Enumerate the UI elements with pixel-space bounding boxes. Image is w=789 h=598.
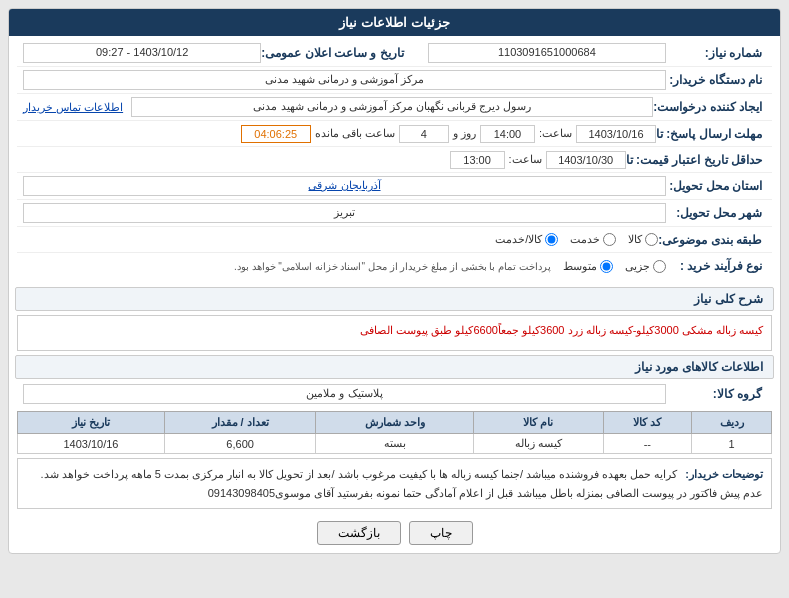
radio-khadamat[interactable]: خدمت	[570, 233, 616, 246]
row-shahr: شهر محل تحویل: تبریز	[17, 200, 772, 227]
description-section: توضیحات خریدار: کرایه حمل بعهده فروشنده …	[17, 458, 772, 509]
button-group: چاپ بازگشت	[9, 513, 780, 553]
cell-tedad: 6,600	[164, 434, 315, 454]
col-kodkala: کد کالا	[603, 412, 692, 434]
label-namdastgah: نام دستگاه خریدار:	[666, 73, 766, 87]
sharh-content: کیسه زباله مشکی 3000کیلو-کیسه زباله زرد …	[17, 315, 772, 351]
main-card: جزئیات اطلاعات نیاز شماره نیاز: 11030916…	[8, 8, 781, 554]
row-mohlet: مهلت ارسال پاسخ: تا 1403/10/16 ساعت: 14:…	[17, 121, 772, 147]
value-tarikh: 1403/10/12 - 09:27	[23, 43, 261, 63]
radio-kala[interactable]: کالا	[628, 233, 658, 246]
mohlet-baghi: 04:06:25	[241, 125, 311, 143]
radio-motevaset[interactable]: متوسط	[563, 260, 613, 273]
label-shahr: شهر محل تحویل:	[666, 206, 766, 220]
cell-radif: 1	[692, 434, 772, 454]
radio-kala-khadamat[interactable]: کالا/خدمت	[495, 233, 558, 246]
row-ostan: استان محل تحویل: آذربایجان شرقی	[17, 173, 772, 200]
row-namdastgah: نام دستگاه خریدار: مرکز آموزشی و درمانی …	[17, 67, 772, 94]
table-row: 1--کیسه زبالهبسته6,6001403/10/16	[18, 434, 772, 454]
cell-vahed: بسته	[316, 434, 474, 454]
col-radif: ردیف	[692, 412, 772, 434]
items-table: ردیف کد کالا نام کالا واحد شمارش تعداد /…	[17, 411, 772, 454]
link-tamaskhardar[interactable]: اطلاعات تماس خریدار	[23, 101, 123, 114]
description-label: توضیحات خریدار:	[685, 465, 763, 484]
value-shomara: 1103091651000684	[428, 43, 666, 63]
value-namdastgah: مرکز آموزشی و درمانی شهید مدنی	[23, 70, 666, 90]
page-title: جزئیات اطلاعات نیاز	[9, 9, 780, 36]
noefrayand-radios: جزیی متوسط	[563, 260, 666, 273]
mohlet-rooz: 4	[399, 125, 449, 143]
cell-namkala: کیسه زباله	[473, 434, 603, 454]
label-tabaqe: طبقه بندی موضوعی:	[658, 233, 766, 247]
print-button[interactable]: چاپ	[409, 521, 473, 545]
label-shomara: شماره نیاز:	[666, 46, 766, 60]
saatbaghi-label: ساعت باقی مانده	[315, 127, 395, 140]
label-noefrayand: نوع فرآیند خرید :	[666, 259, 766, 273]
mohlet-time: 14:00	[480, 125, 535, 143]
radio-khadamat-label: خدمت	[570, 233, 600, 246]
hadaqal-time: 13:00	[450, 151, 505, 169]
label-gorohe: گروه کالا:	[666, 387, 766, 401]
label-ijad: ایجاد کننده درخواست:	[653, 100, 766, 114]
row-hadaqal: حداقل تاریخ اعتبار قیمت: تا 1403/10/30 س…	[17, 147, 772, 173]
col-namkala: نام کالا	[473, 412, 603, 434]
radio-jozi[interactable]: جزیی	[625, 260, 666, 273]
value-gorohe: پلاستیک و ملامین	[23, 384, 666, 404]
radio-jozi-label: جزیی	[625, 260, 650, 273]
hadaqal-date: 1403/10/30	[546, 151, 626, 169]
col-vahed: واحد شمارش	[316, 412, 474, 434]
label-mohlet: مهلت ارسال پاسخ: تا	[656, 127, 766, 141]
items-table-body: 1--کیسه زبالهبسته6,6001403/10/16	[18, 434, 772, 454]
row-tabaqe: طبقه بندی موضوعی: کالا خدمت	[17, 227, 772, 253]
sharh-header: شرح کلی نیاز	[15, 287, 774, 311]
info-section: شماره نیاز: 1103091651000684 تاریخ و ساع…	[9, 36, 780, 283]
radio-kala-label: کالا	[628, 233, 642, 246]
col-tarikh: تاریخ نیاز	[18, 412, 165, 434]
radio-kala-input[interactable]	[645, 233, 658, 246]
rooz-label: روز و	[453, 127, 476, 140]
saet-label: ساعت:	[539, 127, 572, 140]
col-tedad: تعداد / مقدار	[164, 412, 315, 434]
label-hadaqal: حداقل تاریخ اعتبار قیمت: تا	[626, 153, 766, 167]
label-ostan: استان محل تحویل:	[666, 179, 766, 193]
row-shomara: شماره نیاز: 1103091651000684 تاریخ و ساع…	[17, 40, 772, 67]
row-gorohe-kala: گروه کالا: پلاستیک و ملامین	[17, 381, 772, 407]
value-shahr: تبریز	[23, 203, 666, 223]
cell-kodkala: --	[603, 434, 692, 454]
tabaqe-radios: کالا خدمت کالا/خدمت	[495, 233, 658, 246]
mohlet-group: 1403/10/16 ساعت: 14:00 روز و 4 ساعت باقی…	[23, 125, 656, 143]
row-noefrayand: نوع فرآیند خرید : جزیی متوسط پرداخت تمام…	[17, 253, 772, 279]
radio-khadamat-input[interactable]	[603, 233, 616, 246]
hadaqal-group: 1403/10/30 ساعت: 13:00	[23, 151, 626, 169]
noefrayand-group: جزیی متوسط پرداخت تمام با بخشی از مبلغ خ…	[23, 259, 666, 274]
back-button[interactable]: بازگشت	[317, 521, 401, 545]
page-wrapper: جزئیات اطلاعات نیاز شماره نیاز: 11030916…	[0, 0, 789, 598]
row-ijad: ایجاد کننده درخواست: رسول دیرج قربانی نگ…	[17, 94, 772, 121]
radio-jozi-input[interactable]	[653, 260, 666, 273]
items-table-header: ردیف کد کالا نام کالا واحد شمارش تعداد /…	[18, 412, 772, 434]
description-content: کرایه حمل بعهده فروشنده میباشد /جنما کیس…	[41, 468, 763, 499]
value-ijad: رسول دیرج قربانی نگهبان مرکز آموزشی و در…	[131, 97, 653, 117]
hadaqal-saet-label: ساعت:	[509, 153, 542, 166]
noefrayand-note: پرداخت تمام با بخشی از مبلغ خریدار از مح…	[226, 259, 559, 274]
cell-tarikh: 1403/10/16	[18, 434, 165, 454]
items-header: اطلاعات کالاهای مورد نیاز	[15, 355, 774, 379]
radio-motevaset-input[interactable]	[600, 260, 613, 273]
label-tarikh: تاریخ و ساعت اعلان عمومی:	[261, 46, 407, 60]
mohlet-date: 1403/10/16	[576, 125, 656, 143]
radio-motevaset-label: متوسط	[563, 260, 597, 273]
radio-kala-khadamat-label: کالا/خدمت	[495, 233, 542, 246]
tabaqe-group: کالا خدمت کالا/خدمت	[23, 233, 658, 246]
value-ostan: آذربایجان شرقی	[23, 176, 666, 196]
radio-kala-khadamat-input[interactable]	[545, 233, 558, 246]
